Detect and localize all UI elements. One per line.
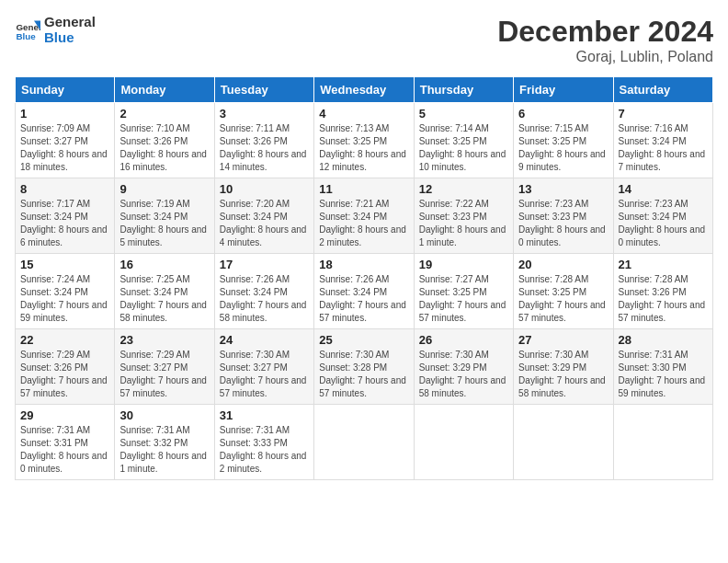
- calendar-cell: 30Sunrise: 7:31 AM Sunset: 3:32 PM Dayli…: [115, 405, 214, 480]
- day-info: Sunrise: 7:30 AM Sunset: 3:28 PM Dayligh…: [319, 349, 408, 400]
- weekday-header-monday: Monday: [115, 77, 214, 103]
- calendar-cell: 19Sunrise: 7:27 AM Sunset: 3:25 PM Dayli…: [414, 254, 513, 329]
- day-number: 20: [518, 258, 608, 271]
- day-info: Sunrise: 7:19 AM Sunset: 3:24 PM Dayligh…: [119, 198, 209, 249]
- weekday-header-tuesday: Tuesday: [214, 77, 313, 103]
- day-number: 8: [20, 182, 109, 196]
- day-number: 5: [419, 107, 508, 121]
- day-number: 18: [319, 258, 408, 271]
- day-number: 2: [119, 107, 209, 121]
- calendar-cell: 12Sunrise: 7:22 AM Sunset: 3:23 PM Dayli…: [414, 178, 513, 254]
- calendar-cell: 20Sunrise: 7:28 AM Sunset: 3:25 PM Dayli…: [514, 254, 613, 329]
- calendar-cell: 7Sunrise: 7:16 AM Sunset: 3:24 PM Daylig…: [613, 103, 712, 178]
- day-info: Sunrise: 7:31 AM Sunset: 3:31 PM Dayligh…: [20, 424, 109, 476]
- day-info: Sunrise: 7:16 AM Sunset: 3:24 PM Dayligh…: [619, 122, 708, 174]
- day-number: 19: [419, 258, 508, 271]
- calendar-cell: 3Sunrise: 7:11 AM Sunset: 3:26 PM Daylig…: [214, 103, 313, 178]
- calendar-cell: 22Sunrise: 7:29 AM Sunset: 3:26 PM Dayli…: [16, 329, 115, 405]
- svg-text:Blue: Blue: [16, 30, 36, 40]
- day-number: 22: [20, 333, 109, 347]
- logo: General Blue General Blue: [15, 15, 96, 45]
- day-number: 29: [20, 408, 109, 422]
- calendar-cell: 1Sunrise: 7:09 AM Sunset: 3:27 PM Daylig…: [16, 103, 115, 178]
- day-number: 30: [119, 408, 209, 422]
- day-info: Sunrise: 7:23 AM Sunset: 3:24 PM Dayligh…: [619, 198, 708, 249]
- calendar-cell: 5Sunrise: 7:14 AM Sunset: 3:25 PM Daylig…: [414, 103, 513, 178]
- logo-line1: General: [44, 15, 96, 30]
- week-row-3: 15Sunrise: 7:24 AM Sunset: 3:24 PM Dayli…: [16, 254, 713, 329]
- logo-icon: General Blue: [15, 17, 40, 43]
- logo-line2: Blue: [44, 30, 96, 46]
- calendar-cell: [314, 405, 414, 480]
- day-number: 15: [20, 258, 109, 271]
- day-number: 12: [419, 182, 508, 196]
- weekday-header-sunday: Sunday: [16, 77, 115, 103]
- day-info: Sunrise: 7:30 AM Sunset: 3:27 PM Dayligh…: [220, 349, 309, 400]
- day-info: Sunrise: 7:31 AM Sunset: 3:32 PM Dayligh…: [119, 424, 209, 476]
- day-number: 4: [319, 107, 408, 121]
- page-header: General Blue General Blue December 2024 …: [15, 15, 713, 65]
- calendar-cell: 31Sunrise: 7:31 AM Sunset: 3:33 PM Dayli…: [214, 405, 313, 480]
- calendar-cell: 23Sunrise: 7:29 AM Sunset: 3:27 PM Dayli…: [115, 329, 214, 405]
- day-info: Sunrise: 7:30 AM Sunset: 3:29 PM Dayligh…: [419, 349, 508, 400]
- calendar-cell: 16Sunrise: 7:25 AM Sunset: 3:24 PM Dayli…: [115, 254, 214, 329]
- day-info: Sunrise: 7:26 AM Sunset: 3:24 PM Dayligh…: [220, 273, 309, 325]
- day-number: 3: [220, 107, 309, 121]
- calendar-cell: 14Sunrise: 7:23 AM Sunset: 3:24 PM Dayli…: [613, 178, 712, 254]
- day-info: Sunrise: 7:21 AM Sunset: 3:24 PM Dayligh…: [319, 198, 408, 249]
- calendar-cell: [613, 405, 712, 480]
- weekday-header-saturday: Saturday: [613, 77, 712, 103]
- day-number: 10: [220, 182, 309, 196]
- day-info: Sunrise: 7:10 AM Sunset: 3:26 PM Dayligh…: [119, 122, 209, 174]
- week-row-1: 1Sunrise: 7:09 AM Sunset: 3:27 PM Daylig…: [16, 103, 713, 178]
- day-info: Sunrise: 7:26 AM Sunset: 3:24 PM Dayligh…: [319, 273, 408, 325]
- day-info: Sunrise: 7:28 AM Sunset: 3:26 PM Dayligh…: [619, 273, 708, 325]
- calendar-cell: 28Sunrise: 7:31 AM Sunset: 3:30 PM Dayli…: [613, 329, 712, 405]
- calendar-cell: 8Sunrise: 7:17 AM Sunset: 3:24 PM Daylig…: [16, 178, 115, 254]
- day-number: 7: [619, 107, 708, 121]
- day-info: Sunrise: 7:25 AM Sunset: 3:24 PM Dayligh…: [119, 273, 209, 325]
- calendar-cell: 2Sunrise: 7:10 AM Sunset: 3:26 PM Daylig…: [115, 103, 214, 178]
- day-number: 26: [419, 333, 508, 347]
- day-info: Sunrise: 7:11 AM Sunset: 3:26 PM Dayligh…: [220, 122, 309, 174]
- title-block: December 2024 Goraj, Lublin, Poland: [497, 15, 713, 65]
- day-info: Sunrise: 7:27 AM Sunset: 3:25 PM Dayligh…: [419, 273, 508, 325]
- day-info: Sunrise: 7:28 AM Sunset: 3:25 PM Dayligh…: [518, 273, 608, 325]
- calendar-cell: 4Sunrise: 7:13 AM Sunset: 3:25 PM Daylig…: [314, 103, 414, 178]
- day-info: Sunrise: 7:22 AM Sunset: 3:23 PM Dayligh…: [419, 198, 508, 249]
- day-number: 17: [220, 258, 309, 271]
- day-number: 24: [220, 333, 309, 347]
- day-info: Sunrise: 7:31 AM Sunset: 3:30 PM Dayligh…: [619, 349, 708, 400]
- week-row-2: 8Sunrise: 7:17 AM Sunset: 3:24 PM Daylig…: [16, 178, 713, 254]
- day-info: Sunrise: 7:23 AM Sunset: 3:23 PM Dayligh…: [518, 198, 608, 249]
- day-number: 1: [20, 107, 109, 121]
- location: Goraj, Lublin, Poland: [497, 49, 713, 65]
- weekday-header-row: SundayMondayTuesdayWednesdayThursdayFrid…: [16, 77, 713, 103]
- calendar-cell: [514, 405, 613, 480]
- calendar-table: SundayMondayTuesdayWednesdayThursdayFrid…: [15, 76, 713, 480]
- day-info: Sunrise: 7:15 AM Sunset: 3:25 PM Dayligh…: [518, 122, 608, 174]
- day-number: 27: [518, 333, 608, 347]
- day-info: Sunrise: 7:31 AM Sunset: 3:33 PM Dayligh…: [220, 424, 309, 476]
- day-number: 9: [119, 182, 209, 196]
- weekday-header-thursday: Thursday: [414, 77, 513, 103]
- calendar-cell: 18Sunrise: 7:26 AM Sunset: 3:24 PM Dayli…: [314, 254, 414, 329]
- day-number: 11: [319, 182, 408, 196]
- week-row-5: 29Sunrise: 7:31 AM Sunset: 3:31 PM Dayli…: [16, 405, 713, 480]
- day-number: 23: [119, 333, 209, 347]
- day-info: Sunrise: 7:30 AM Sunset: 3:29 PM Dayligh…: [518, 349, 608, 400]
- day-number: 13: [518, 182, 608, 196]
- day-info: Sunrise: 7:13 AM Sunset: 3:25 PM Dayligh…: [319, 122, 408, 174]
- calendar-cell: 17Sunrise: 7:26 AM Sunset: 3:24 PM Dayli…: [214, 254, 313, 329]
- day-number: 14: [619, 182, 708, 196]
- day-info: Sunrise: 7:29 AM Sunset: 3:27 PM Dayligh…: [119, 349, 209, 400]
- calendar-cell: 27Sunrise: 7:30 AM Sunset: 3:29 PM Dayli…: [514, 329, 613, 405]
- week-row-4: 22Sunrise: 7:29 AM Sunset: 3:26 PM Dayli…: [16, 329, 713, 405]
- calendar-cell: 9Sunrise: 7:19 AM Sunset: 3:24 PM Daylig…: [115, 178, 214, 254]
- weekday-header-friday: Friday: [514, 77, 613, 103]
- calendar-cell: 13Sunrise: 7:23 AM Sunset: 3:23 PM Dayli…: [514, 178, 613, 254]
- day-number: 6: [518, 107, 608, 121]
- day-info: Sunrise: 7:09 AM Sunset: 3:27 PM Dayligh…: [20, 122, 109, 174]
- calendar-cell: [414, 405, 513, 480]
- day-number: 25: [319, 333, 408, 347]
